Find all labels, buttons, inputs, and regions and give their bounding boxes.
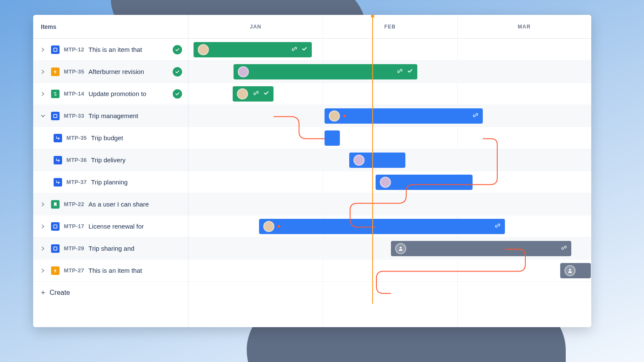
svg-rect-1 xyxy=(54,114,57,118)
bolt-icon xyxy=(51,266,60,275)
expand-chevron-icon[interactable] xyxy=(39,112,47,120)
link-icon[interactable] xyxy=(473,112,479,120)
svg-rect-3 xyxy=(54,247,57,250)
epic-icon xyxy=(51,222,60,231)
timeline-row[interactable] xyxy=(188,127,591,149)
timeline-row[interactable] xyxy=(188,193,591,215)
plus-icon: + xyxy=(41,288,46,297)
item-title: Trip planning xyxy=(91,178,128,186)
done-check-icon xyxy=(173,45,182,54)
item-title: Trip budget xyxy=(91,134,123,141)
assignee-avatar[interactable] xyxy=(238,66,249,77)
done-check-icon xyxy=(173,67,182,76)
item-title: Afterburner revision xyxy=(88,68,144,75)
assignee-avatar[interactable] xyxy=(380,177,391,188)
item-key: MTP-27 xyxy=(64,267,84,274)
item-key: MTP-29 xyxy=(64,245,84,252)
item-key: MTP-12 xyxy=(64,46,84,53)
create-button[interactable]: + Create xyxy=(33,282,188,304)
expand-chevron-icon[interactable] xyxy=(39,245,47,252)
item-key: MTP-33 xyxy=(64,113,84,119)
link-icon[interactable] xyxy=(561,245,567,252)
month-label: FEB xyxy=(323,15,457,39)
subtask-icon xyxy=(54,178,62,187)
link-icon[interactable] xyxy=(495,223,501,230)
link-icon[interactable] xyxy=(253,90,259,98)
timeline-bar[interactable] xyxy=(325,108,483,124)
assignee-avatar[interactable] xyxy=(353,155,365,166)
item-title: License renewal for xyxy=(88,223,144,230)
expand-chevron-icon[interactable] xyxy=(39,46,47,54)
timeline[interactable]: JANFEBMAR xyxy=(188,15,591,327)
timeline-bar[interactable] xyxy=(376,175,473,190)
subtask-icon xyxy=(54,156,62,164)
epic-icon xyxy=(51,244,60,253)
items-column-header: Items xyxy=(33,15,188,39)
bolt-icon xyxy=(51,68,60,76)
status-dot-icon xyxy=(278,225,280,228)
expand-chevron-icon[interactable] xyxy=(39,201,47,208)
timeline-bar[interactable] xyxy=(194,42,312,57)
item-key: MTP-17 xyxy=(64,223,84,229)
expand-chevron-icon[interactable] xyxy=(39,68,47,76)
item-key: MTP-37 xyxy=(66,179,87,185)
status-dot-icon xyxy=(343,115,346,117)
sidebar: Items MTP-12This is an item thatMTP-35Af… xyxy=(33,15,188,327)
check-icon xyxy=(407,68,413,76)
item-row[interactable]: MTP-36Trip delivery xyxy=(33,149,188,171)
item-row[interactable]: MTP-33Trip management xyxy=(33,105,188,127)
item-row[interactable]: MTP-35Trip budget xyxy=(33,127,188,149)
link-icon[interactable] xyxy=(291,46,297,54)
month-label: MAR xyxy=(457,15,591,39)
check-icon xyxy=(263,90,269,98)
link-icon[interactable] xyxy=(397,68,403,76)
timeline-header: JANFEBMAR xyxy=(188,15,591,39)
story-icon xyxy=(51,200,60,209)
svg-point-5 xyxy=(569,269,571,271)
timeline-bar[interactable] xyxy=(233,86,274,102)
unassigned-avatar-icon xyxy=(395,243,406,254)
item-row[interactable]: MTP-14Update promotion to xyxy=(33,83,188,105)
svg-point-4 xyxy=(400,247,402,249)
expand-chevron-icon[interactable] xyxy=(39,223,47,230)
item-row[interactable]: MTP-17License renewal for xyxy=(33,215,188,238)
create-label: Create xyxy=(50,289,70,297)
timeline-bar[interactable] xyxy=(259,219,505,234)
item-title: As a user I can share xyxy=(88,201,149,208)
timeline-bar[interactable] xyxy=(349,153,405,168)
epic-icon xyxy=(51,45,60,54)
swap-icon xyxy=(51,90,60,98)
item-title: Trip sharing and xyxy=(88,245,134,252)
item-row[interactable]: MTP-27This is an item that xyxy=(33,260,188,282)
expand-chevron-icon[interactable] xyxy=(39,90,47,98)
timeline-bar[interactable] xyxy=(325,130,340,146)
timeline-bar[interactable] xyxy=(234,64,417,79)
today-marker xyxy=(372,15,373,304)
assignee-avatar[interactable] xyxy=(198,44,209,55)
month-label: JAN xyxy=(188,15,323,39)
assignee-avatar[interactable] xyxy=(329,110,340,122)
item-row[interactable]: MTP-37Trip planning xyxy=(33,171,188,193)
check-icon xyxy=(302,46,308,54)
unassigned-avatar-icon xyxy=(564,265,576,276)
expand-chevron-icon[interactable] xyxy=(39,267,47,274)
item-title: Trip management xyxy=(88,112,138,119)
timeline-bar[interactable] xyxy=(560,263,591,278)
item-key: MTP-35 xyxy=(66,135,87,141)
item-row[interactable]: MTP-22As a user I can share xyxy=(33,193,188,215)
item-key: MTP-36 xyxy=(66,157,87,163)
item-row[interactable]: MTP-12This is an item that xyxy=(33,39,188,61)
timeline-row[interactable] xyxy=(188,260,591,282)
assignee-avatar[interactable] xyxy=(237,88,248,99)
item-row[interactable]: MTP-35Afterburner revision xyxy=(33,61,188,83)
item-key: MTP-35 xyxy=(64,68,84,75)
item-title: This is an item that xyxy=(88,46,142,53)
svg-rect-2 xyxy=(54,225,57,228)
item-title: Update promotion to xyxy=(88,90,146,97)
assignee-avatar[interactable] xyxy=(263,221,274,232)
items-header-label: Items xyxy=(41,23,57,30)
item-row[interactable]: MTP-29Trip sharing and xyxy=(33,238,188,260)
done-check-icon xyxy=(173,89,182,99)
timeline-body[interactable] xyxy=(188,39,591,327)
timeline-bar[interactable] xyxy=(391,241,571,256)
